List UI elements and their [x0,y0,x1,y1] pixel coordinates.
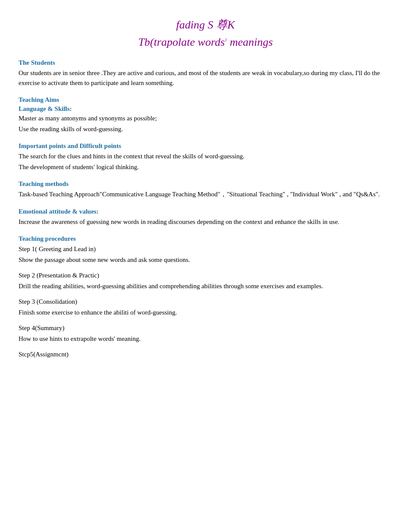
step-3-label: Step 3 (Consolidation) [19,297,392,307]
important-points-body-1: The search for the clues and hints in th… [19,151,392,161]
step-2-label: Step 2 (Presentation & Practic) [19,271,392,280]
teaching-aims-heading: Teaching Aims [19,96,392,104]
step-2-text: Drill the reading abilities, word-guessi… [19,281,392,291]
section-teaching-aims: Teaching Aims Language & Skills: Master … [19,96,392,134]
step-2-container: Step 2 (Presentation & Practic) Drill th… [19,271,392,291]
teaching-aims-body-1: Master as many antonyms and synonyms as … [19,113,392,123]
section-important-points: Important points and Difficult points Th… [19,142,392,172]
emotional-attitude-heading: Emotional attitude & values: [19,208,392,215]
step-5-container: Stcp5(Assignmcnt) [19,349,392,359]
step-4-label: Step 4(Summary) [19,323,392,333]
teaching-aims-body-2: Use the reading skills of word-guessing. [19,124,392,134]
students-heading: The Students [19,59,392,66]
teaching-aims-subheading: Language & Skills: [19,105,392,113]
step-1-label: Step 1( Greeting and Lead in) [19,244,392,254]
section-emotional-attitude: Emotional attitude & values: Increase th… [19,208,392,227]
step-1-container: Step 1( Greeting and Lead in) Show the p… [19,244,392,264]
important-points-body-2: The development of students' logical thi… [19,162,392,172]
emotional-attitude-body: Increase the awareness of guessing new w… [19,217,392,227]
step-5-label: Stcp5(Assignmcnt) [19,349,392,359]
step-3-container: Step 3 (Consolidation) Finish some exerc… [19,297,392,317]
teaching-methods-body: Task-based Teaching Approach"Communicati… [19,189,392,199]
teaching-procedures-heading: Teaching procedures [19,235,392,242]
step-1-text: Show the passage about some new words an… [19,255,392,265]
page-title-2: Tb(trapolate words1 meanings [19,36,392,49]
section-teaching-procedures: Teaching procedures Step 1( Greeting and… [19,235,392,359]
important-points-heading: Important points and Difficult points [19,142,392,150]
section-teaching-methods: Teaching methods Task-based Teaching App… [19,180,392,199]
step-4-container: Step 4(Summary) How to use hints to extr… [19,323,392,343]
section-students: The Students Our students are in senior … [19,59,392,88]
page-title-1: fading S 尊K [19,17,392,32]
students-body: Our students are in senior three .They a… [19,68,392,88]
step-4-text: How to use hints to extrapolte words' me… [19,334,392,344]
teaching-methods-heading: Teaching methods [19,180,392,188]
step-3-text: Finish some exercise to enhance the abil… [19,308,392,318]
